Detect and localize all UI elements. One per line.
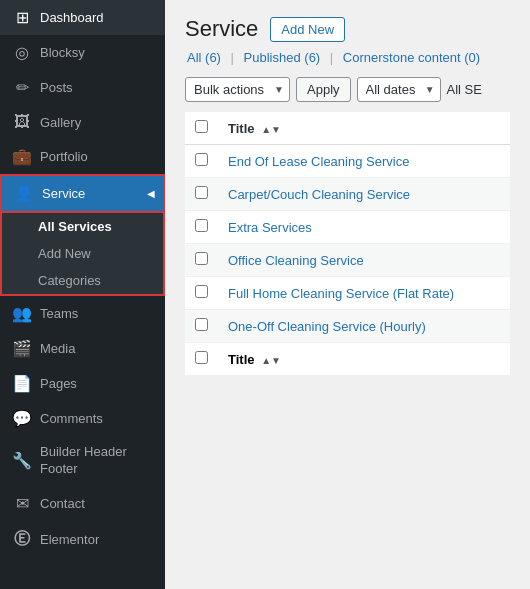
all-dates-wrap: All dates ▼ (357, 77, 441, 102)
sidebar-item-gallery[interactable]: 🖼 Gallery (0, 105, 165, 139)
row-title-link-4[interactable]: Full Home Cleaning Service (Flat Rate) (228, 286, 454, 301)
table-row: Full Home Cleaning Service (Flat Rate) (185, 277, 510, 310)
filter-cornerstone[interactable]: Cornerstone content (0) (343, 50, 480, 65)
row-title-link-0[interactable]: End Of Lease Cleaning Service (228, 154, 409, 169)
table-row: End Of Lease Cleaning Service (185, 145, 510, 178)
sidebar-item-label: Pages (40, 376, 77, 391)
row-checkbox-0[interactable] (195, 153, 208, 166)
table-row: Extra Services (185, 211, 510, 244)
row-title-link-2[interactable]: Extra Services (228, 220, 312, 235)
sidebar-item-label: Gallery (40, 115, 81, 130)
sidebar-item-contact[interactable]: ✉ Contact (0, 486, 165, 521)
sidebar-item-label: Dashboard (40, 10, 104, 25)
contact-icon: ✉ (12, 494, 32, 513)
row-title-link-5[interactable]: One-Off Cleaning Service (Hourly) (228, 319, 426, 334)
blocksy-icon: ◎ (12, 43, 32, 62)
sidebar-item-label: Contact (40, 496, 85, 511)
sidebar-item-label: Service (42, 186, 85, 201)
table-row: One-Off Cleaning Service (Hourly) (185, 310, 510, 343)
row-checkbox-5[interactable] (195, 318, 208, 331)
select-all-checkbox[interactable] (195, 120, 208, 133)
sort-icon: ▲▼ (261, 124, 281, 135)
row-checkbox-3[interactable] (195, 252, 208, 265)
table-footer-row: Title ▲▼ (185, 343, 510, 376)
all-dates-select[interactable]: All dates (357, 77, 441, 102)
row-title-link-1[interactable]: Carpet/Couch Cleaning Service (228, 187, 410, 202)
filter-links: All (6) | Published (6) | Cornerstone co… (185, 50, 510, 65)
dashboard-icon: ⊞ (12, 8, 32, 27)
sidebar-item-label: Media (40, 341, 75, 356)
title-header[interactable]: Title ▲▼ (218, 112, 510, 145)
page-header: Service Add New (185, 16, 510, 42)
teams-icon: 👥 (12, 304, 32, 323)
bulk-actions-select[interactable]: Bulk actions Delete (185, 77, 290, 102)
sidebar-item-label: Builder Header Footer (40, 444, 153, 478)
sidebar-item-blocksy[interactable]: ◎ Blocksy (0, 35, 165, 70)
page-title: Service (185, 16, 258, 42)
select-all-footer (185, 343, 218, 376)
filter-all[interactable]: All (6) (187, 50, 221, 65)
sidebar-item-label: Teams (40, 306, 78, 321)
sidebar-item-teams[interactable]: 👥 Teams (0, 296, 165, 331)
gallery-icon: 🖼 (12, 113, 32, 131)
sidebar-item-elementor[interactable]: Ⓔ Elementor (0, 521, 165, 558)
sidebar-item-label: Elementor (40, 532, 99, 547)
toolbar: Bulk actions Delete ▼ Apply All dates ▼ … (185, 77, 510, 102)
sidebar-item-label: Portfolio (40, 149, 88, 164)
title-footer[interactable]: Title ▲▼ (218, 343, 510, 376)
add-new-button[interactable]: Add New (270, 17, 345, 42)
sidebar-item-comments[interactable]: 💬 Comments (0, 401, 165, 436)
sidebar-item-media[interactable]: 🎬 Media (0, 331, 165, 366)
portfolio-icon: 💼 (12, 147, 32, 166)
sidebar-item-portfolio[interactable]: 💼 Portfolio (0, 139, 165, 174)
row-checkbox-4[interactable] (195, 285, 208, 298)
sidebar-item-dashboard[interactable]: ⊞ Dashboard (0, 0, 165, 35)
sidebar-item-label: Posts (40, 80, 73, 95)
row-checkbox-1[interactable] (195, 186, 208, 199)
sidebar-item-service[interactable]: 👤 Service ◀ (0, 174, 165, 211)
table-row: Carpet/Couch Cleaning Service (185, 178, 510, 211)
bulk-actions-wrap: Bulk actions Delete ▼ (185, 77, 290, 102)
sidebar-item-label: Comments (40, 411, 103, 426)
sidebar-item-label: Blocksy (40, 45, 85, 60)
row-checkbox-2[interactable] (195, 219, 208, 232)
service-icon: 👤 (14, 184, 34, 203)
sidebar-item-posts[interactable]: ✏ Posts (0, 70, 165, 105)
sidebar-item-builder-header-footer[interactable]: 🔧 Builder Header Footer (0, 436, 165, 486)
apply-button[interactable]: Apply (296, 77, 351, 102)
select-all-footer-checkbox[interactable] (195, 351, 208, 364)
submenu-categories[interactable]: Categories (2, 267, 163, 294)
service-submenu: All Services Add New Categories (0, 211, 165, 296)
table-row: Office Cleaning Service (185, 244, 510, 277)
all-se-label: All SE (447, 82, 482, 97)
select-all-header (185, 112, 218, 145)
pages-icon: 📄 (12, 374, 32, 393)
elementor-icon: Ⓔ (12, 529, 32, 550)
comments-icon: 💬 (12, 409, 32, 428)
submenu-all-services[interactable]: All Services (2, 213, 163, 240)
media-icon: 🎬 (12, 339, 32, 358)
chevron-icon: ◀ (147, 188, 155, 199)
services-table: Title ▲▼ End Of Lease Cleaning Service C… (185, 112, 510, 376)
table-header-row: Title ▲▼ (185, 112, 510, 145)
builder-icon: 🔧 (12, 451, 32, 470)
row-title-link-3[interactable]: Office Cleaning Service (228, 253, 364, 268)
submenu-add-new[interactable]: Add New (2, 240, 163, 267)
main-content: Service Add New All (6) | Published (6) … (165, 0, 530, 589)
sidebar: ⊞ Dashboard ◎ Blocksy ✏ Posts 🖼 Gallery … (0, 0, 165, 589)
posts-icon: ✏ (12, 78, 32, 97)
sort-footer-icon: ▲▼ (261, 355, 281, 366)
filter-published[interactable]: Published (6) (244, 50, 321, 65)
sidebar-item-pages[interactable]: 📄 Pages (0, 366, 165, 401)
